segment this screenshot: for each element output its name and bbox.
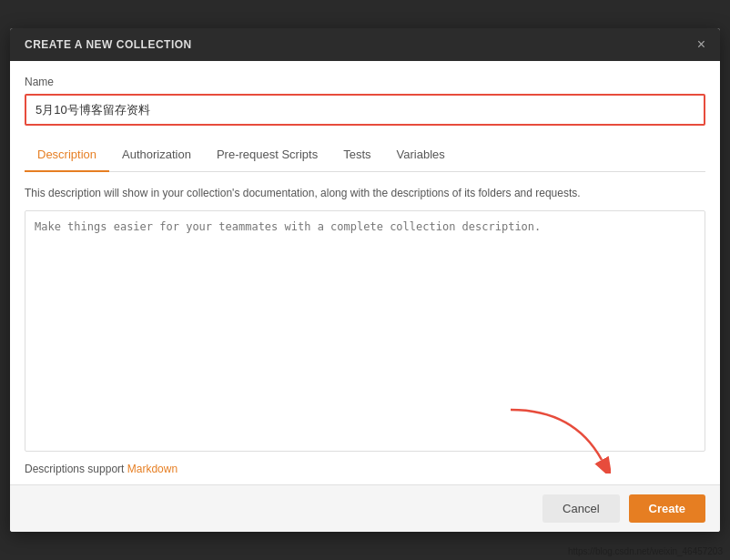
- tab-authorization[interactable]: Authorization: [109, 138, 204, 172]
- name-input[interactable]: [25, 94, 705, 126]
- create-button[interactable]: Create: [629, 494, 705, 523]
- markdown-label: Descriptions support: [25, 463, 127, 475]
- description-info-text: This description will show in your colle…: [25, 185, 705, 201]
- modal-header: CREATE A NEW COLLECTION ×: [10, 28, 720, 61]
- markdown-link[interactable]: Markdown: [127, 463, 177, 475]
- tab-tests[interactable]: Tests: [330, 138, 383, 172]
- modal-body: Name Description Authorization Pre-reque…: [10, 61, 720, 484]
- modal-footer: Cancel Create: [10, 484, 720, 532]
- tab-content-description: This description will show in your colle…: [25, 172, 705, 484]
- markdown-note: Descriptions support Markdown: [25, 455, 705, 484]
- watermark: https://blog.csdn.net/weixin_46457203: [568, 546, 723, 556]
- modal-overlay: CREATE A NEW COLLECTION × Name Descripti…: [0, 0, 730, 560]
- tab-description[interactable]: Description: [25, 138, 109, 172]
- close-button[interactable]: ×: [697, 37, 705, 52]
- tab-variables[interactable]: Variables: [384, 138, 458, 172]
- tab-pre-request-scripts[interactable]: Pre-request Scripts: [204, 138, 330, 172]
- modal-title: CREATE A NEW COLLECTION: [25, 38, 192, 51]
- name-label: Name: [25, 76, 705, 88]
- tabs-container: Description Authorization Pre-request Sc…: [25, 138, 705, 172]
- modal-dialog: CREATE A NEW COLLECTION × Name Descripti…: [10, 28, 720, 532]
- description-textarea[interactable]: [25, 210, 705, 452]
- cancel-button[interactable]: Cancel: [542, 494, 619, 523]
